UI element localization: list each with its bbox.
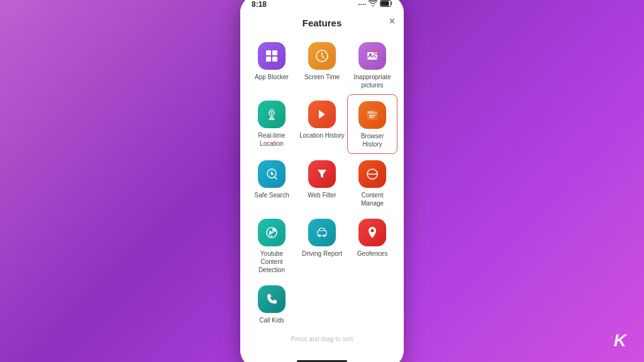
realtime-location-icon (258, 101, 286, 128)
geofences-icon (358, 219, 386, 246)
features-grid: App Blocker Screen Time Inappropriate pi… (240, 33, 404, 332)
feature-item-geofences[interactable]: Geofences (347, 212, 397, 279)
youtube-icon (258, 219, 286, 246)
inappropriate-icon (358, 42, 386, 70)
signal-icon: ···· (358, 1, 366, 8)
screen-time-icon (308, 42, 336, 70)
watermark: ·K (611, 331, 626, 351)
web-filter-icon (308, 160, 336, 188)
driving-icon (308, 219, 336, 246)
feature-item-inappropriate[interactable]: Inappropriate pictures (347, 36, 397, 94)
modal-header: Features × (240, 11, 404, 33)
status-bar: 8:18 ···· (240, 0, 404, 11)
location-history-icon (308, 101, 336, 128)
feature-item-realtime-location[interactable]: Real-time Location (247, 94, 297, 154)
content-manage-icon (358, 160, 386, 188)
home-indicator (240, 355, 404, 363)
driving-label: Driving Report (302, 250, 342, 258)
safe-search-icon (258, 160, 286, 188)
svg-point-17 (370, 111, 372, 112)
call-kids-icon (258, 285, 286, 313)
web-filter-label: Web Filter (308, 191, 336, 199)
safe-search-label: Safe Search (254, 191, 289, 199)
content-manage-label: Content Manage (350, 191, 395, 207)
feature-item-youtube[interactable]: Youtube Content Detection (247, 212, 297, 279)
drag-hint: Press and drag to sort (240, 332, 404, 345)
feature-item-location-history[interactable]: Location History (297, 94, 347, 154)
geofences-label: Geofences (357, 250, 387, 258)
location-history-label: Location History (299, 131, 345, 140)
modal-title: Features (303, 18, 342, 28)
app-blocker-label: App Blocker (255, 73, 289, 81)
svg-rect-15 (369, 117, 374, 118)
phone-frame: 8:18 ···· Features (240, 0, 404, 362)
svg-point-16 (369, 111, 370, 112)
youtube-label: Youtube Content Detection (249, 250, 294, 274)
svg-point-11 (271, 112, 273, 114)
svg-point-25 (318, 234, 321, 237)
feature-item-web-filter[interactable]: Web Filter (297, 154, 347, 212)
call-kids-label: Call Kids (259, 316, 284, 324)
svg-rect-4 (266, 57, 271, 62)
svg-rect-3 (272, 50, 277, 55)
realtime-location-label: Real-time Location (249, 131, 294, 148)
feature-item-driving[interactable]: Driving Report (297, 212, 347, 279)
feature-item-browser-history[interactable]: Browser History (347, 94, 397, 154)
inappropriate-label: Inappropriate pictures (350, 73, 395, 89)
svg-point-26 (323, 234, 326, 237)
modal: Features × App Blocker Screen Time Inapp… (240, 11, 404, 355)
time-display: 8:18 (252, 0, 267, 9)
svg-point-27 (371, 229, 374, 232)
svg-point-23 (272, 228, 276, 232)
screen-time-label: Screen Time (304, 73, 340, 81)
wifi-icon (369, 0, 377, 8)
svg-rect-14 (369, 115, 375, 116)
battery-icon (380, 0, 392, 8)
svg-rect-5 (272, 57, 277, 62)
close-button[interactable]: × (389, 16, 395, 26)
browser-history-label: Browser History (350, 132, 394, 148)
feature-item-app-blocker[interactable]: App Blocker (247, 36, 297, 94)
feature-item-call-kids[interactable]: Call Kids (247, 279, 297, 329)
feature-item-safe-search[interactable]: Safe Search (247, 154, 297, 212)
svg-point-18 (372, 111, 374, 112)
feature-item-screen-time[interactable]: Screen Time (297, 36, 347, 94)
browser-history-icon (358, 101, 386, 129)
feature-item-content-manage[interactable]: Content Manage (347, 154, 397, 212)
status-icons: ···· (358, 0, 392, 8)
svg-rect-2 (266, 50, 271, 55)
svg-rect-1 (381, 1, 389, 6)
app-blocker-icon (258, 42, 286, 70)
